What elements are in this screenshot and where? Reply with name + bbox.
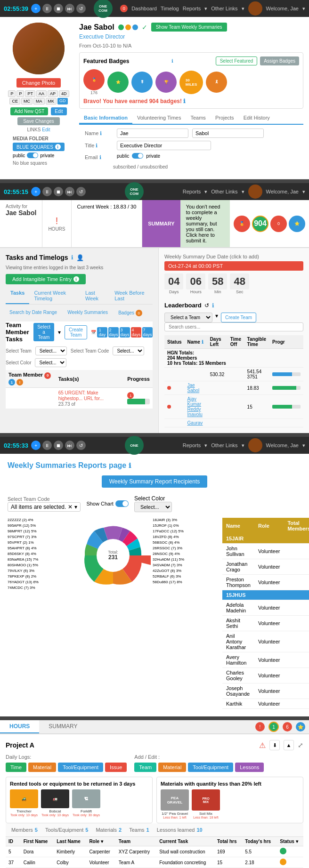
select-team-dropdown[interactable]: Select... bbox=[35, 346, 67, 355]
create-team-button[interactable]: Create Team bbox=[65, 325, 87, 339]
pause-icon-2[interactable]: ⏸ bbox=[42, 187, 52, 196]
forward-icon-2[interactable]: ⏭ bbox=[65, 187, 74, 196]
jae-link[interactable]: Jae Sabol bbox=[187, 383, 200, 393]
add-qst-button[interactable]: Add New QST bbox=[10, 107, 48, 115]
tab-last-week[interactable]: Last Week bbox=[81, 288, 110, 304]
search-users-input[interactable] bbox=[164, 322, 303, 331]
edit-tool-button[interactable]: Tool/Equipment bbox=[188, 763, 233, 772]
weekly-due-title[interactable]: Weekly Summary Due Date (click to add) bbox=[164, 254, 303, 259]
forward-icon-3[interactable]: ⏭ bbox=[65, 441, 74, 450]
logo-area-3: ONE bbox=[89, 436, 180, 455]
refresh-icon-lb[interactable]: ↺ bbox=[204, 302, 209, 309]
timelog-link[interactable]: Timelog bbox=[161, 6, 179, 11]
day-filter-3[interactable]: 3days bbox=[120, 327, 130, 338]
ajay-link[interactable]: Ajay Kumar Reddy Inavolu bbox=[187, 396, 203, 417]
play-icon-3[interactable]: + bbox=[31, 441, 41, 450]
tab-summary[interactable]: SUMMARY bbox=[39, 720, 87, 733]
links-edit-link[interactable]: Edit bbox=[42, 127, 50, 132]
log-time-button[interactable]: Time bbox=[6, 763, 26, 772]
color-select-dropdown[interactable]: Select... bbox=[134, 502, 172, 512]
team-code-select[interactable]: All items are selected. ✕▾ bbox=[8, 502, 81, 512]
tasks-person-icon[interactable]: 👤 bbox=[76, 254, 84, 261]
dashboard-link[interactable]: Dashboard bbox=[131, 6, 157, 11]
edit-team-button[interactable]: Team bbox=[134, 763, 156, 772]
blue-squares-button[interactable]: BLUE SQUARES ℹ bbox=[13, 143, 65, 151]
select-team-button[interactable]: Select a Team bbox=[33, 323, 54, 341]
forklift-label: Forklift bbox=[81, 809, 92, 813]
tab-projects[interactable]: Projects bbox=[211, 113, 239, 124]
clear-icon[interactable]: ✕ bbox=[68, 504, 73, 510]
badges-tab[interactable]: Badges 0 bbox=[114, 308, 146, 318]
urgent-task[interactable]: 65 URGENT: Make highestop... URL for... bbox=[58, 390, 104, 401]
download-icon[interactable]: ⬇ bbox=[269, 740, 280, 750]
select-featured-button[interactable]: Select Featured bbox=[216, 56, 258, 65]
edit-lessons-button[interactable]: Lessons bbox=[235, 763, 264, 772]
tab-basic-information[interactable]: Basic Information bbox=[79, 113, 132, 124]
weekly-recipients-button[interactable]: Weekly Summary Report Recipients bbox=[102, 475, 208, 488]
pause-icon[interactable]: ⏸ bbox=[42, 4, 52, 13]
tab-edit-history[interactable]: Edit History bbox=[239, 113, 275, 124]
reports-link[interactable]: Reports bbox=[183, 6, 201, 11]
refresh-icon-2[interactable]: ↺ bbox=[76, 187, 86, 196]
tab-teams[interactable]: Teams bbox=[186, 113, 210, 124]
day-filter-2[interactable]: 2days bbox=[108, 327, 119, 338]
tab-volunteering-times[interactable]: Volunteering Times bbox=[132, 113, 186, 124]
refresh-icon-3[interactable]: ↺ bbox=[76, 441, 86, 450]
play-icon-2[interactable]: + bbox=[31, 187, 41, 196]
nav-controls-2: + ⏸ ⏹ ⏭ ↺ bbox=[31, 187, 86, 196]
stop-icon-2[interactable]: ⏹ bbox=[54, 187, 63, 196]
reports-link-2[interactable]: Reports bbox=[183, 189, 201, 194]
log-material-button[interactable]: Material bbox=[28, 763, 56, 772]
other-links-3[interactable]: Other Links bbox=[211, 442, 237, 448]
chart-toggle-switch[interactable] bbox=[115, 500, 129, 507]
log-issue-button[interactable]: Issue bbox=[105, 763, 127, 772]
day-filter-1[interactable]: 1day bbox=[97, 327, 107, 338]
team-badge-orange: ! bbox=[16, 379, 23, 386]
add-intangible-button[interactable]: Add Intangible Time Entry ℹ bbox=[6, 274, 86, 284]
stop-icon[interactable]: ⏹ bbox=[54, 4, 63, 13]
notification-badge[interactable]: 0 bbox=[120, 5, 128, 12]
select-code-dropdown[interactable]: Select... bbox=[113, 346, 144, 355]
weekly-summaries-tab[interactable]: Weekly Summaries bbox=[64, 308, 112, 318]
first-name-input[interactable] bbox=[117, 129, 188, 138]
select-team-lb[interactable]: Select a Team bbox=[164, 313, 212, 322]
stop-icon-3[interactable]: ⏹ bbox=[54, 441, 63, 450]
reports-link-3[interactable]: Reports bbox=[183, 442, 201, 448]
change-photo-button[interactable]: Change Photo bbox=[16, 78, 61, 88]
refresh-icon[interactable]: ↺ bbox=[76, 4, 86, 13]
save-changes-button[interactable]: Save Changes bbox=[17, 117, 60, 125]
tab-hours[interactable]: HOURS bbox=[0, 720, 39, 733]
pause-icon-3[interactable]: ⏸ bbox=[42, 441, 52, 450]
th-tasks: Tasks(s) bbox=[56, 370, 125, 388]
red-dot-ajay bbox=[167, 405, 171, 409]
other-links[interactable]: Other Links bbox=[211, 6, 237, 11]
other-links-2[interactable]: Other Links bbox=[211, 189, 237, 194]
tab-week-before-last[interactable]: Week Before Last bbox=[110, 288, 153, 304]
forward-icon[interactable]: ⏭ bbox=[65, 4, 74, 13]
show-team-summaries-button[interactable]: Show Team Weekly Summaries bbox=[151, 23, 227, 32]
edit-material-button[interactable]: Material bbox=[158, 763, 186, 772]
summary-box[interactable]: SUMMARY bbox=[142, 200, 180, 247]
lb-totals-tangible: 541.543751 bbox=[244, 368, 269, 381]
last-name-input[interactable] bbox=[192, 129, 264, 138]
notice-box[interactable]: You don't need to complete a weekly summ… bbox=[180, 200, 230, 247]
edit-button[interactable]: Edit bbox=[51, 107, 66, 115]
add-intangible-label: Add Intangible Time Entry bbox=[12, 276, 72, 282]
select-color-dropdown[interactable]: Select... bbox=[35, 358, 66, 367]
private-toggle-switch[interactable] bbox=[27, 153, 38, 158]
gaurav-link[interactable]: Gaurav bbox=[187, 420, 203, 426]
tab-current-week-timelog[interactable]: Current Week Timelog bbox=[29, 288, 81, 304]
search-by-date-range[interactable]: Search by Date Range bbox=[6, 308, 61, 318]
chevron-up-icon[interactable]: ▲ bbox=[284, 740, 294, 750]
bravo-info-icon: ℹ bbox=[183, 98, 186, 104]
day-filter-7[interactable]: 7days bbox=[142, 327, 153, 338]
play-icon[interactable]: + bbox=[31, 4, 41, 13]
expand-icon[interactable]: ⤢ bbox=[298, 741, 303, 749]
email-visibility-toggle[interactable] bbox=[132, 153, 143, 159]
log-tool-button[interactable]: Tool/Equipment bbox=[58, 763, 103, 772]
assign-badges-button[interactable]: Assign Badges bbox=[260, 56, 299, 65]
tab-tasks[interactable]: Tasks bbox=[6, 288, 29, 304]
create-team-lb-button[interactable]: Create Team bbox=[221, 313, 256, 322]
day-filter-4[interactable]: 4days bbox=[131, 327, 141, 338]
title-input[interactable] bbox=[117, 141, 211, 150]
